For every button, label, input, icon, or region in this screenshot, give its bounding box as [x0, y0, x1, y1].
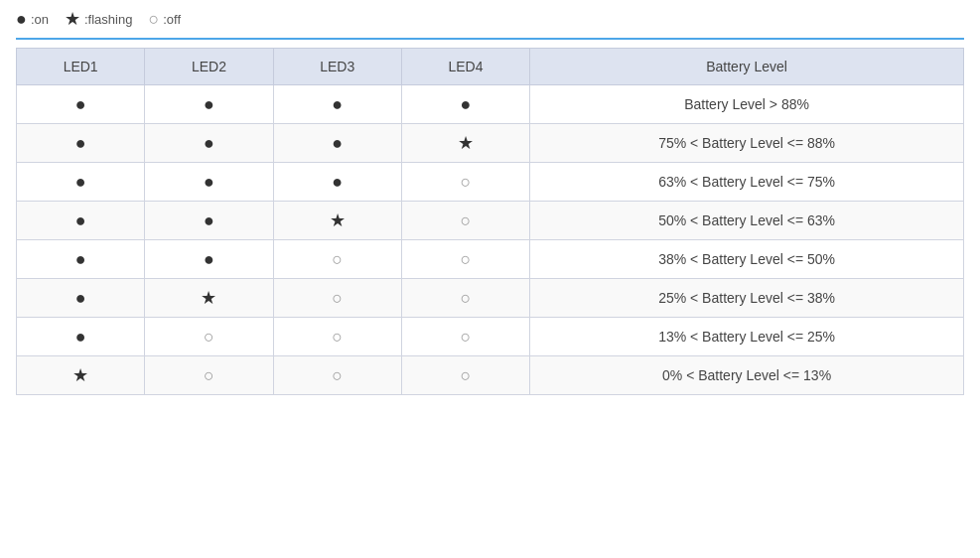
legend-symbol: ● [16, 10, 27, 28]
led2-cell: ● [145, 202, 273, 240]
led2-cell: ★ [145, 279, 273, 318]
led4-cell: ★ [401, 124, 529, 163]
led3-cell: ★ [273, 202, 401, 240]
table-row: ●●●●Battery Level > 88% [17, 85, 964, 124]
led3-cell: ○ [273, 279, 401, 318]
led4-cell: ○ [401, 318, 529, 356]
led4-symbol: ○ [461, 210, 472, 230]
battery-level-cell: 75% < Battery Level <= 88% [530, 124, 964, 163]
table-header-row: LED1LED2LED3LED4Battery Level [17, 49, 964, 85]
led4-symbol: ○ [461, 288, 472, 308]
led1-cell: ● [17, 202, 145, 240]
led4-cell: ○ [401, 202, 529, 240]
legend-item: ●:on [16, 10, 49, 28]
battery-level-cell: 63% < Battery Level <= 75% [530, 163, 964, 202]
led2-cell: ● [145, 85, 273, 124]
led3-symbol: ● [332, 94, 343, 114]
led1-symbol: ● [75, 172, 86, 192]
led3-cell: ● [273, 163, 401, 202]
led1-cell: ★ [17, 356, 145, 395]
led3-cell: ● [273, 85, 401, 124]
led3-symbol: ○ [332, 327, 343, 347]
legend-symbol: ★ [65, 10, 80, 28]
table-row: ●●★○50% < Battery Level <= 63% [17, 202, 964, 240]
led2-symbol: ● [204, 210, 214, 230]
led1-symbol: ● [75, 94, 86, 114]
led3-symbol: ● [332, 172, 343, 192]
table-row: ★○○○0% < Battery Level <= 13% [17, 356, 964, 395]
led1-symbol: ● [75, 288, 86, 308]
section-title [16, 34, 964, 40]
battery-level-cell: 13% < Battery Level <= 25% [530, 318, 964, 356]
led4-cell: ○ [401, 240, 529, 279]
table-header-cell: LED2 [145, 49, 273, 85]
led4-symbol: ★ [458, 133, 474, 153]
led4-symbol: ○ [461, 172, 472, 192]
battery-level-cell: 50% < Battery Level <= 63% [530, 202, 964, 240]
battery-level-cell: Battery Level > 88% [530, 85, 964, 124]
legend-label: :flashing [84, 12, 132, 27]
led3-cell: ● [273, 124, 401, 163]
led2-cell: ● [145, 163, 273, 202]
table-header-cell: LED4 [401, 49, 529, 85]
led2-symbol: ○ [204, 327, 214, 347]
legend-item: ★:flashing [65, 10, 132, 28]
led1-symbol: ● [75, 133, 86, 153]
table-row: ●●●○63% < Battery Level <= 75% [17, 163, 964, 202]
led2-symbol: ● [204, 133, 214, 153]
led3-symbol: ★ [330, 210, 346, 230]
led2-cell: ○ [145, 318, 273, 356]
led4-cell: ○ [401, 356, 529, 395]
legend-label: :off [163, 12, 181, 27]
led2-symbol: ● [204, 94, 214, 114]
table-header-cell: Battery Level [530, 49, 964, 85]
led3-cell: ○ [273, 318, 401, 356]
legend-symbol: ○ [148, 10, 159, 28]
led1-cell: ● [17, 318, 145, 356]
led2-symbol: ★ [201, 288, 216, 308]
led4-symbol: ○ [461, 327, 472, 347]
led3-cell: ○ [273, 356, 401, 395]
led2-cell: ○ [145, 356, 273, 395]
battery-table: LED1LED2LED3LED4Battery Level ●●●●Batter… [16, 48, 964, 395]
led2-symbol: ○ [204, 365, 214, 385]
led2-cell: ● [145, 240, 273, 279]
led1-symbol: ● [75, 210, 86, 230]
led4-symbol: ○ [461, 365, 472, 385]
led3-symbol: ○ [332, 288, 343, 308]
legend-label: :on [31, 12, 49, 27]
led3-symbol: ● [332, 133, 343, 153]
legend-item: ○:off [148, 10, 181, 28]
led3-cell: ○ [273, 240, 401, 279]
table-row: ●○○○13% < Battery Level <= 25% [17, 318, 964, 356]
battery-level-cell: 38% < Battery Level <= 50% [530, 240, 964, 279]
led1-symbol: ● [75, 327, 86, 347]
led2-cell: ● [145, 124, 273, 163]
led4-cell: ● [401, 85, 529, 124]
battery-level-cell: 0% < Battery Level <= 13% [530, 356, 964, 395]
battery-level-cell: 25% < Battery Level <= 38% [530, 279, 964, 318]
led2-symbol: ● [204, 172, 214, 192]
table-row: ●★○○25% < Battery Level <= 38% [17, 279, 964, 318]
table-row: ●●○○38% < Battery Level <= 50% [17, 240, 964, 279]
table-header-cell: LED3 [273, 49, 401, 85]
table-row: ●●●★75% < Battery Level <= 88% [17, 124, 964, 163]
led1-cell: ● [17, 279, 145, 318]
legend: ●:on★:flashing○:off [16, 10, 964, 28]
led1-symbol: ● [75, 249, 86, 269]
table-header-cell: LED1 [17, 49, 145, 85]
led1-cell: ● [17, 163, 145, 202]
led4-cell: ○ [401, 279, 529, 318]
led4-symbol: ● [461, 94, 472, 114]
led4-symbol: ○ [461, 249, 472, 269]
led1-cell: ● [17, 85, 145, 124]
led3-symbol: ○ [332, 249, 343, 269]
led3-symbol: ○ [332, 365, 343, 385]
led4-cell: ○ [401, 163, 529, 202]
led1-cell: ● [17, 124, 145, 163]
led1-symbol: ★ [72, 365, 88, 385]
led1-cell: ● [17, 240, 145, 279]
led2-symbol: ● [204, 249, 214, 269]
table-body: ●●●●Battery Level > 88%●●●★75% < Battery… [17, 85, 964, 395]
